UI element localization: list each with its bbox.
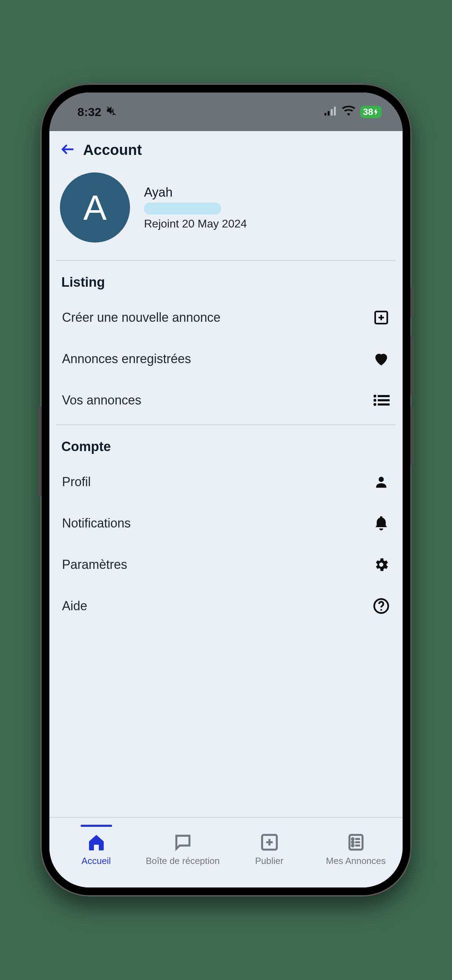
row-saved-listings[interactable]: Annonces enregistrées	[60, 338, 392, 380]
page-title: Account	[83, 142, 142, 158]
cellular-icon	[325, 105, 337, 119]
svg-point-21	[352, 838, 353, 840]
mute-icon	[105, 105, 118, 119]
svg-point-23	[352, 842, 353, 843]
svg-rect-1	[328, 111, 329, 116]
plus-box-icon	[372, 309, 390, 326]
row-aide[interactable]: Aide	[60, 585, 392, 627]
heart-icon	[372, 350, 390, 368]
redacted-field	[144, 203, 221, 215]
battery-indicator: 38	[360, 106, 382, 118]
screen: 8:32 38 Accou	[49, 92, 403, 888]
row-profil[interactable]: Profil	[60, 461, 392, 503]
section-compte: Compte Profil Notifications Paramètres	[49, 425, 403, 630]
row-label: Créer une nouvelle annonce	[62, 310, 220, 325]
row-label: Notifications	[62, 516, 131, 531]
profile-card[interactable]: A Ayah Rejoint 20 May 2024	[49, 165, 403, 260]
svg-rect-2	[331, 109, 333, 115]
svg-point-10	[374, 399, 376, 402]
svg-point-8	[374, 395, 376, 398]
power-button	[38, 406, 42, 497]
svg-point-14	[379, 477, 384, 482]
row-your-listings[interactable]: Vos annonces	[60, 380, 392, 421]
avatar: A	[60, 172, 130, 243]
status-time: 8:32	[78, 105, 101, 119]
wifi-icon	[342, 105, 355, 119]
profile-name: Ayah	[144, 185, 247, 200]
row-parametres[interactable]: Paramètres	[60, 544, 392, 585]
bell-icon	[372, 514, 390, 532]
profile-joined: Rejoint 20 May 2024	[144, 217, 247, 230]
row-label: Annonces enregistrées	[62, 352, 191, 366]
nav-mes-annonces[interactable]: Mes Annonces	[317, 825, 395, 866]
gear-icon	[372, 556, 390, 573]
svg-point-16	[380, 609, 382, 611]
nav-inbox[interactable]: Boîte de réception	[144, 825, 221, 866]
nav-label: Accueil	[82, 856, 111, 866]
row-label: Vos annonces	[62, 393, 141, 407]
doc-list-icon	[346, 832, 366, 852]
svg-rect-9	[378, 395, 390, 397]
section-title-listing: Listing	[60, 275, 392, 290]
volume-down	[410, 406, 414, 466]
svg-point-12	[374, 403, 376, 406]
nav-label: Publier	[255, 856, 283, 866]
help-icon	[372, 597, 390, 615]
status-bar: 8:32 38	[49, 92, 403, 131]
svg-rect-11	[378, 399, 390, 401]
nav-publier[interactable]: Publier	[231, 825, 308, 866]
volume-up	[410, 336, 414, 395]
svg-rect-3	[334, 107, 336, 115]
section-title-compte: Compte	[60, 439, 392, 454]
svg-rect-0	[325, 113, 326, 115]
row-notifications[interactable]: Notifications	[60, 503, 392, 544]
plus-box-icon	[259, 832, 279, 852]
phone-frame: 8:32 38 Accou	[40, 83, 412, 897]
person-icon	[372, 473, 390, 491]
nav-accueil[interactable]: Accueil	[58, 825, 135, 866]
back-icon[interactable]	[60, 142, 75, 158]
row-label: Paramètres	[62, 557, 127, 572]
mute-switch	[410, 287, 414, 318]
chat-icon	[173, 832, 193, 852]
svg-rect-13	[378, 403, 390, 406]
nav-label: Mes Annonces	[326, 856, 386, 866]
bottom-nav: Accueil Boîte de réception Publier	[49, 817, 403, 888]
row-label: Aide	[62, 599, 87, 613]
row-create-listing[interactable]: Créer une nouvelle annonce	[60, 297, 392, 338]
svg-point-25	[352, 845, 353, 846]
home-icon	[86, 832, 106, 852]
list-icon	[372, 391, 390, 409]
section-listing: Listing Créer une nouvelle annonce Annon…	[49, 261, 403, 425]
header: Account	[49, 131, 403, 165]
nav-label: Boîte de réception	[146, 856, 220, 866]
row-label: Profil	[62, 474, 91, 489]
